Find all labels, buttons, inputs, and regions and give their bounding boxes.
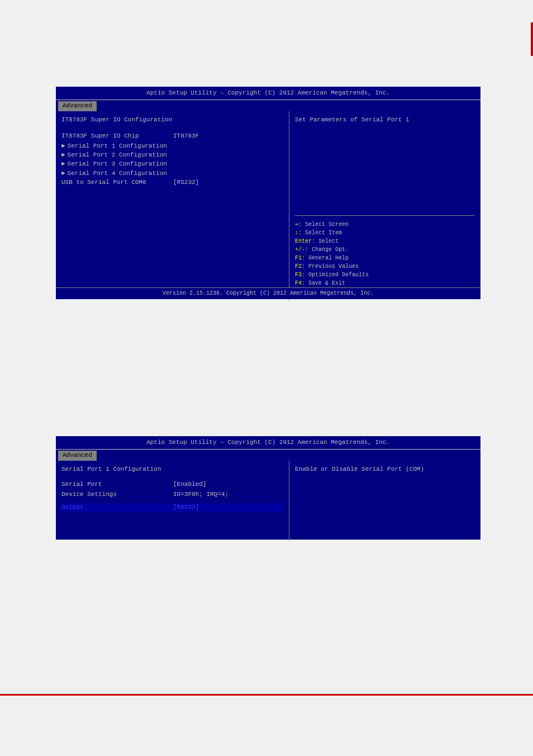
screen2-title: Aptio Setup Utility – Copyright (C) 2012…: [56, 436, 480, 450]
screen1-footer: Version 2.15.1236. Copyright (C) 2012 Am…: [56, 287, 480, 299]
key-f1: F1: General Help: [295, 254, 475, 262]
arrow-icon-3: ►: [61, 160, 65, 168]
screen1-help-text: Set Parameters of Serial Port 1: [295, 116, 475, 124]
value-usb-serial: [RS232]: [173, 178, 199, 187]
label-device-settings: Device Settings: [61, 490, 173, 499]
arrow-icon-2: ►: [61, 151, 65, 159]
arrow-icon-4: ►: [61, 169, 65, 178]
screen1-section-title: IT8783F Super IO Configuration: [61, 116, 283, 124]
label-output: Output: [61, 503, 173, 512]
arrow-icon-1: ►: [61, 142, 65, 150]
row-serial-port-enable: Serial Port [Enabled]: [61, 480, 283, 489]
screen2-section-title: Serial Port 1 Configuration: [61, 465, 283, 474]
bios-screen-1: Aptio Setup Utility – Copyright (C) 2012…: [56, 87, 480, 299]
label-serial-port-4: Serial Port 4 Configuration: [68, 169, 167, 178]
key-ud: ↕: Select Item: [295, 229, 475, 237]
value-device-settings: IO=3F8h; IRQ=4;: [173, 490, 229, 499]
screen1-tabbar: Advanced: [56, 100, 480, 111]
value-output: [RS232]: [173, 503, 199, 512]
row-usb-serial: USB to Serial Port COM6 [RS232]: [61, 178, 283, 187]
screen2-tabbar: Advanced: [56, 450, 480, 460]
item-serial-port-1[interactable]: ► Serial Port 1 Configuration: [61, 142, 283, 150]
key-f3: F3: Optimized Defaults: [295, 271, 475, 279]
screen2-tab-advanced[interactable]: Advanced: [58, 451, 97, 460]
item-serial-port-3[interactable]: ► Serial Port 3 Configuration: [61, 160, 283, 168]
label-serial-port-2: Serial Port 2 Configuration: [68, 151, 167, 159]
label-usb-serial: USB to Serial Port COM6: [61, 178, 173, 187]
screen1-right-panel: Set Parameters of Serial Port 1 ⇔: Selec…: [289, 111, 480, 300]
bios-screen-2: Aptio Setup Utility – Copyright (C) 2012…: [56, 436, 480, 540]
key-f4: F4: Save & Exit: [295, 279, 475, 287]
row-output[interactable]: Output [RS232]: [61, 503, 283, 512]
red-bar-accent: [531, 22, 533, 56]
label-super-io-chip: IT8783F Super IO Chip: [61, 132, 173, 140]
screen1-body: IT8783F Super IO Configuration IT8783F S…: [56, 111, 480, 300]
screen2-left-panel: Serial Port 1 Configuration Serial Port …: [56, 461, 289, 541]
row-super-io-chip: IT8783F Super IO Chip IT8783F: [61, 132, 283, 140]
label-serial-port-1: Serial Port 1 Configuration: [68, 142, 167, 150]
label-serial-port-enable: Serial Port: [61, 480, 173, 489]
screen2-right-panel: Enable or Disable Serial Port (COM): [289, 461, 480, 541]
screen1-tab-advanced[interactable]: Advanced: [58, 101, 97, 111]
screen1-left-panel: IT8783F Super IO Configuration IT8783F S…: [56, 111, 289, 300]
value-super-io-chip: IT8783F: [173, 132, 199, 140]
item-serial-port-4[interactable]: ► Serial Port 4 Configuration: [61, 169, 283, 178]
screen1-key-help: ⇔: Select Screen ↕: Select Item Enter: S…: [295, 220, 475, 296]
label-serial-port-3: Serial Port 3 Configuration: [68, 160, 167, 168]
screen1-title: Aptio Setup Utility – Copyright (C) 2012…: [56, 87, 480, 100]
screen2-body: Serial Port 1 Configuration Serial Port …: [56, 461, 480, 541]
key-enter: Enter: Select: [295, 237, 475, 245]
item-serial-port-2[interactable]: ► Serial Port 2 Configuration: [61, 151, 283, 159]
screen1-divider: [295, 215, 475, 216]
screen2-help-text: Enable or Disable Serial Port (COM): [295, 465, 475, 474]
row-device-settings: Device Settings IO=3F8h; IRQ=4;: [61, 490, 283, 499]
value-serial-port-enable: [Enabled]: [173, 480, 206, 489]
red-line-bottom: [0, 694, 533, 696]
key-lr: ⇔: Select Screen: [295, 220, 475, 229]
key-plusminus: +/-: Change Opt.: [295, 245, 475, 254]
key-f2: F2: Previous Values: [295, 262, 475, 271]
